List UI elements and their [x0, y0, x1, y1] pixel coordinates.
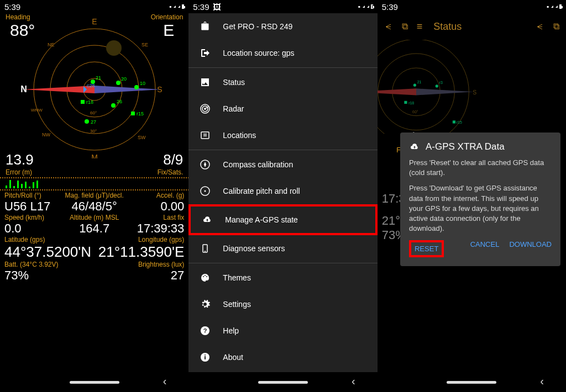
copy-icon-2[interactable]: ⧉: [553, 22, 559, 31]
svg-point-58: [435, 84, 438, 87]
svg-rect-60: [404, 101, 407, 104]
svg-marker-53: [416, 88, 474, 95]
svg-text:30°: 30°: [90, 129, 97, 134]
info-icon: [200, 352, 211, 363]
svg-point-21: [106, 40, 122, 56]
reset-button[interactable]: RESET: [409, 240, 444, 257]
svg-text:M: M: [91, 153, 98, 158]
svg-point-37: [116, 81, 120, 85]
svg-rect-62: [453, 120, 455, 123]
back-icon: ‹: [540, 375, 544, 388]
svg-point-56: [413, 84, 416, 87]
back-icon: ‹: [352, 375, 355, 388]
battery-icon: [182, 4, 184, 9]
error-label: Error (m): [6, 168, 34, 176]
menu-status[interactable]: Status: [188, 69, 377, 96]
svg-text:r15: r15: [456, 120, 462, 124]
image-icon: [200, 77, 211, 88]
compass-view[interactable]: E S M N NE SE NW SW WNW 60° 30° 21 c28 2…: [0, 18, 188, 156]
dialog-body-1: Press 'Reset' to clear all cached GPS da…: [409, 158, 552, 178]
copy-icon[interactable]: ⧉: [402, 22, 408, 31]
cloud-download-icon: [202, 214, 213, 225]
menu-compass-calibration[interactable]: Compass calibration: [188, 151, 377, 178]
svg-text:WNW: WNW: [31, 108, 43, 113]
share-icon-2[interactable]: ⪪: [536, 22, 544, 31]
dialog-body-2: Press 'Download' to get GPS assistance d…: [409, 183, 552, 234]
svg-marker-23: [95, 86, 161, 93]
svg-rect-41: [81, 100, 85, 104]
accel-value: 0.00: [124, 199, 184, 214]
locations-icon: [200, 130, 211, 141]
svg-text:21: 21: [96, 75, 101, 81]
menu-diagnose-sensors[interactable]: Diagnose sensors: [188, 235, 377, 262]
longitude-value: 21°11.3590'E: [95, 243, 185, 261]
menu-help[interactable]: Help: [188, 317, 377, 344]
nav-bar[interactable]: ‹: [378, 372, 566, 392]
svg-text:S: S: [473, 89, 476, 96]
radar-icon: [200, 103, 211, 114]
latitude-label: Latitude (gps): [4, 236, 95, 243]
svg-text:60°: 60°: [90, 110, 97, 115]
status-bar: 5:39 ▪: [378, 0, 566, 13]
lastfix-label: Last fix: [124, 214, 184, 221]
signal-bars: [0, 179, 188, 188]
magfield-label: Mag. field (μT)/decl.: [64, 192, 124, 199]
status-bar: 5:39🖼 ▪: [188, 0, 377, 13]
svg-text:27: 27: [91, 119, 96, 125]
side-menu: Get PRO - RSD 249 Location source: gps S…: [188, 13, 377, 372]
longitude-label: Longitude (gps): [95, 236, 185, 243]
svg-text:21: 21: [417, 80, 421, 84]
menu-calibrate-pitch[interactable]: Calibrate pitch and roll: [188, 178, 377, 204]
brightness-label: Brightness (lux): [95, 261, 185, 268]
menu-icon[interactable]: ≡: [417, 21, 423, 33]
nav-bar[interactable]: ‹: [188, 372, 377, 392]
image-icon: 🖼: [213, 2, 221, 12]
gear-icon: [200, 299, 211, 310]
fix-label: Fix/Sats.: [158, 168, 184, 176]
appbar-title: Status: [433, 21, 527, 33]
app-bar: ⪪ ⧉ ≡ Status ⪪ ⧉: [378, 13, 566, 40]
svg-text:SE: SE: [142, 42, 148, 47]
latitude-value: 44°37.5200'N: [4, 243, 95, 261]
menu-themes[interactable]: Themes: [188, 264, 377, 291]
menu-getpro[interactable]: Get PRO - RSD 249: [188, 13, 377, 40]
altitude-value: 164.7: [64, 221, 124, 236]
svg-text:26: 26: [117, 99, 122, 104]
compass-icon: [200, 159, 211, 170]
menu-radar[interactable]: Radar: [188, 96, 377, 122]
menu-manage-agps[interactable]: Manage A-GPS state: [188, 204, 377, 235]
nav-bar[interactable]: ‹: [0, 372, 188, 392]
screen-gps-status: 5:39 ▪ Heading 88° Orientation E: [0, 0, 188, 392]
svg-text:r3: r3: [439, 81, 442, 84]
battery-value: 73%: [4, 268, 95, 283]
status-bar: 5:39 ▪: [0, 0, 188, 13]
svg-rect-45: [131, 112, 135, 115]
bag-icon: [200, 21, 211, 32]
cancel-button[interactable]: CANCEL: [470, 240, 500, 257]
svg-text:r15: r15: [137, 111, 144, 116]
menu-location-source[interactable]: Location source: gps: [188, 40, 377, 66]
menu-settings[interactable]: Settings: [188, 291, 377, 317]
speed-value: 0.0: [4, 221, 64, 236]
altitude-label: Altitude (m) MSL: [64, 214, 124, 221]
svg-text:r18: r18: [408, 101, 414, 105]
screen-dialog: 5:39 ▪ ⪪ ⧉ ≡ Status ⪪ ⧉: [378, 0, 566, 392]
pitchroll-label: Pitch/Roll (°): [4, 192, 64, 199]
svg-text:10: 10: [140, 81, 145, 86]
menu-about[interactable]: About: [188, 344, 377, 370]
svg-text:S: S: [157, 85, 162, 94]
svg-text:r18: r18: [86, 99, 93, 105]
battery-label: Batt. (34°C 3.92V): [4, 261, 95, 268]
svg-text:N: N: [20, 84, 27, 94]
speed-label: Speed (km/h): [4, 214, 64, 221]
svg-text:60°: 60°: [412, 110, 418, 114]
share-icon[interactable]: ⪪: [384, 22, 393, 31]
screen-menu: 5:39🖼 ▪ Get PRO - RSD 249 Location sourc…: [188, 0, 377, 392]
svg-point-49: [378, 40, 469, 134]
menu-locations[interactable]: Locations: [188, 122, 377, 149]
svg-point-47: [85, 119, 89, 124]
accel-label: Accel. (g): [124, 192, 184, 199]
svg-text:NW: NW: [42, 132, 50, 137]
svg-text:20: 20: [121, 76, 127, 82]
download-button[interactable]: DOWNLOAD: [509, 240, 552, 257]
